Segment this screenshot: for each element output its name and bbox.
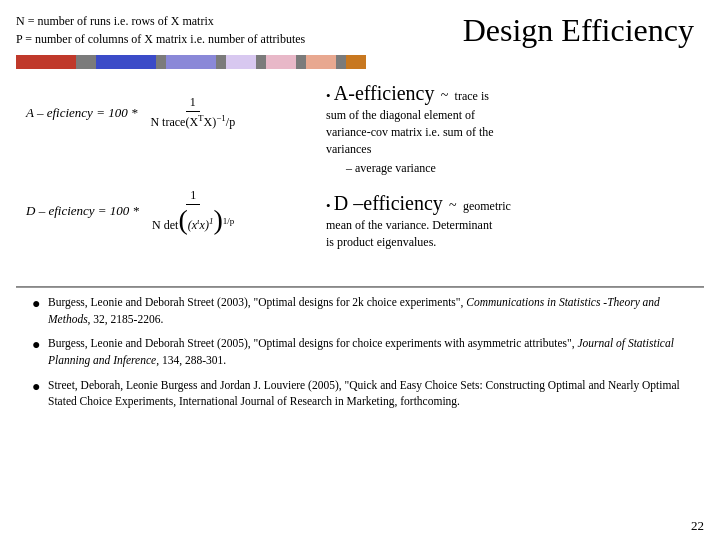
ref-bullet-icon: ● — [32, 335, 48, 355]
header-line2: P = number of columns of X matrix i.e. n… — [16, 30, 305, 48]
d-efficiency-formula: D – eficiency = 100 * 1 N det((xιx)1)1/p — [16, 172, 306, 256]
ref-bullet-icon: ● — [32, 377, 48, 397]
header-left-text: N = number of runs i.e. rows of X matrix… — [16, 12, 305, 48]
a-desc1: sum of the diagonal element of variance-… — [326, 107, 704, 157]
a-formula-label: A – eficiency = 100 * — [26, 105, 137, 121]
references-section: ●Burgess, Leonie and Deborah Street (200… — [16, 287, 704, 424]
d-tilde: ~ — [449, 198, 457, 213]
a-trace-label: trace is — [455, 89, 489, 103]
color-bar — [16, 55, 704, 69]
d-desc: mean of the variance. Determinant is pro… — [326, 217, 704, 251]
d-efficiency-bullet: • D –efficiency ~ geometric mean of the … — [326, 189, 704, 251]
page-title: Design Efficiency — [463, 12, 704, 49]
ref-text: Street, Deborah, Leonie Burgess and Jord… — [48, 377, 688, 410]
d-denominator: N det((xιx)1)1/p — [148, 205, 238, 234]
a-efficiency-label: A-efficiency — [334, 82, 435, 104]
a-formula-row: A – eficiency = 100 * 1 N trace(XTX)−1/p — [26, 95, 306, 130]
ref-text: Burgess, Leonie and Deborah Street (2003… — [48, 294, 688, 327]
color-segment — [76, 55, 96, 69]
bullet-dot-d: • — [326, 198, 334, 213]
color-segment — [96, 55, 156, 69]
reference-item: ●Street, Deborah, Leonie Burgess and Jor… — [32, 377, 688, 410]
color-segment — [226, 55, 256, 69]
d-formula-label: D – eficiency = 100 * — [26, 203, 139, 219]
header-line1: N = number of runs i.e. rows of X matrix — [16, 12, 305, 30]
a-efficiency-formula: A – eficiency = 100 * 1 N trace(XTX)−1/p — [16, 79, 306, 152]
d-efficiency-label: D –efficiency — [334, 192, 443, 214]
color-segment — [16, 55, 76, 69]
a-tilde: ~ — [441, 88, 449, 103]
color-segment — [346, 55, 366, 69]
a-denominator: N trace(XTX)−1/p — [146, 112, 239, 130]
color-segment — [256, 55, 266, 69]
reference-item: ●Burgess, Leonie and Deborah Street (200… — [32, 294, 688, 327]
header: N = number of runs i.e. rows of X matrix… — [0, 0, 720, 55]
d-fraction: 1 N det((xιx)1)1/p — [148, 188, 238, 234]
a-efficiency-bullet: • A-efficiency ~ trace is sum of the dia… — [326, 79, 704, 177]
color-segment — [166, 55, 216, 69]
formulas-column: A – eficiency = 100 * 1 N trace(XTX)−1/p… — [16, 79, 316, 276]
a-numerator: 1 — [186, 95, 200, 112]
d-formula-row: D – eficiency = 100 * 1 N det((xιx)1)1/p — [26, 188, 306, 234]
a-sub-bullet: – average variance — [346, 160, 704, 177]
color-segment — [306, 55, 336, 69]
descriptions-column: • A-efficiency ~ trace is sum of the dia… — [316, 79, 704, 276]
color-segment — [336, 55, 346, 69]
d-numerator: 1 — [186, 188, 200, 205]
main-content: A – eficiency = 100 * 1 N trace(XTX)−1/p… — [0, 79, 720, 276]
color-segment — [296, 55, 306, 69]
reference-item: ●Burgess, Leonie and Deborah Street (200… — [32, 335, 688, 368]
ref-bullet-icon: ● — [32, 294, 48, 314]
d-geo-label: geometric — [463, 199, 511, 213]
page-number: 22 — [691, 518, 704, 534]
bullet-dot-a: • — [326, 88, 334, 103]
color-segment — [266, 55, 296, 69]
ref-text: Burgess, Leonie and Deborah Street (2005… — [48, 335, 688, 368]
color-segment — [156, 55, 166, 69]
color-segment — [216, 55, 226, 69]
a-fraction: 1 N trace(XTX)−1/p — [146, 95, 239, 130]
